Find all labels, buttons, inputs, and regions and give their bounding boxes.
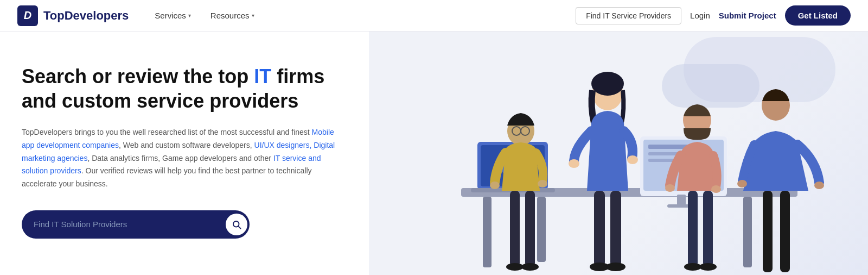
find-service-providers-button[interactable]: Find IT Service Providers [576, 7, 681, 24]
svg-rect-23 [610, 191, 621, 267]
svg-point-31 [538, 180, 547, 188]
login-link[interactable]: Login [690, 11, 710, 20]
svg-point-37 [665, 184, 675, 192]
nav-services-label: Services [155, 11, 186, 20]
svg-rect-4 [743, 197, 752, 267]
search-input[interactable] [34, 220, 226, 229]
svg-point-20 [569, 159, 579, 168]
svg-point-44 [814, 182, 824, 189]
nav-services[interactable]: Services ▾ [146, 7, 200, 24]
hero-section: Search or review the top IT firms and cu… [0, 32, 868, 275]
svg-point-21 [627, 155, 638, 164]
search-icon [232, 220, 241, 229]
svg-rect-16 [677, 195, 686, 205]
nav-resources[interactable]: Resources ▾ [202, 7, 263, 24]
svg-rect-5 [537, 197, 546, 262]
hero-heading: Search or review the top IT firms and cu… [22, 64, 347, 113]
hero-heading-it: IT [254, 65, 271, 88]
svg-point-19 [591, 72, 624, 96]
svg-rect-32 [510, 191, 520, 267]
svg-point-42 [699, 263, 717, 271]
hero-content: Search or review the top IT firms and cu… [0, 32, 369, 275]
nav-resources-label: Resources [210, 11, 250, 20]
svg-point-34 [506, 263, 524, 271]
svg-rect-47 [780, 191, 790, 272]
submit-project-link[interactable]: Submit Project [719, 11, 776, 20]
svg-line-1 [238, 226, 240, 228]
services-chevron-icon: ▾ [188, 12, 191, 18]
svg-rect-46 [763, 191, 773, 272]
search-bar [22, 210, 250, 239]
logo-link[interactable]: D TopDevelopers [17, 5, 129, 26]
hero-description: TopDevelopers brings to you the well res… [22, 126, 347, 191]
search-button[interactable] [226, 214, 247, 235]
logo-icon: D [17, 5, 38, 26]
svg-rect-39 [688, 191, 698, 267]
svg-point-38 [711, 185, 721, 193]
svg-point-25 [606, 262, 626, 271]
resources-chevron-icon: ▾ [252, 12, 254, 18]
get-listed-button[interactable]: Get Listed [785, 5, 851, 26]
svg-rect-3 [483, 197, 492, 267]
hero-illustration [407, 47, 830, 275]
svg-point-45 [737, 180, 747, 188]
svg-point-30 [490, 182, 500, 189]
nav-right: Find IT Service Providers Login Submit P… [576, 5, 851, 26]
svg-rect-22 [594, 191, 605, 267]
nav-links: Services ▾ Resources ▾ [146, 7, 263, 24]
navbar: D TopDevelopers Services ▾ Resources ▾ F… [0, 0, 868, 32]
logo-name: TopDevelopers [43, 9, 129, 23]
svg-rect-33 [525, 191, 535, 267]
hero-heading-text1: Search or review the top [22, 65, 248, 88]
hero-illustration-area [369, 32, 868, 275]
svg-rect-40 [703, 191, 713, 267]
svg-point-35 [521, 263, 539, 271]
svg-point-41 [684, 263, 701, 271]
